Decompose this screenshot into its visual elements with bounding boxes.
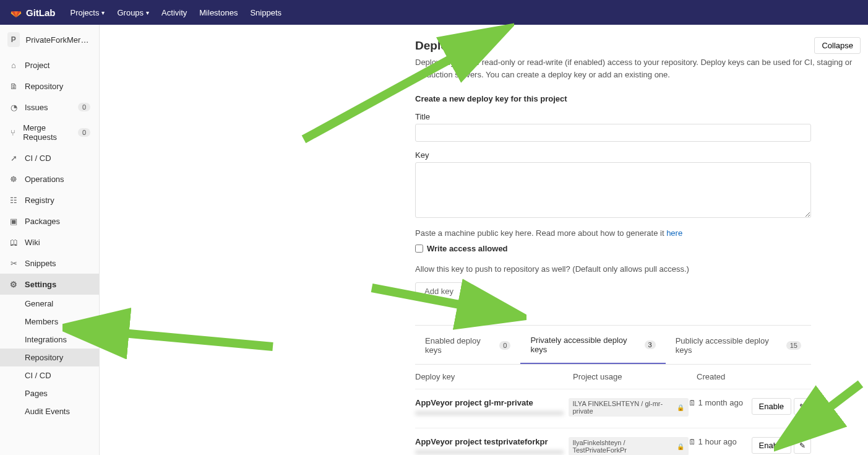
registry-icon: ☷ <box>9 195 19 205</box>
sidebar-item-packages[interactable]: ▣Packages <box>0 210 99 232</box>
mr-count: 0 <box>78 128 90 137</box>
sidebar-item-merge-requests[interactable]: ⑂Merge Requests0 <box>0 118 99 147</box>
project-name: PrivateForkMergeRe... <box>26 35 92 45</box>
write-access-label: Write access allowed <box>427 244 508 253</box>
section-title: Deploy Keys <box>415 39 486 53</box>
add-key-button[interactable]: Add key <box>415 282 463 300</box>
brand-name: GitLab <box>26 7 56 18</box>
settings-pages[interactable]: Pages <box>25 384 99 402</box>
deploy-key-tabs: Enabled deploy keys0 Privately accessibl… <box>415 325 811 365</box>
key-fingerprint: xxxxxxxxxxxxxxxxxxxxxxxxxxxxxxxxxxxxxxxx <box>415 448 569 455</box>
section-header: Deploy Keys Collapse <box>415 37 861 54</box>
deploy-keys-table: Deploy key Project usage Created AppVeyo… <box>415 365 811 455</box>
usage-badge: ILYA FINKELSHTEYN / gl-mr-private 🔒 <box>569 398 689 417</box>
sidebar-item-repository[interactable]: 🗎Repository <box>0 76 99 97</box>
operations-icon: ☸ <box>9 174 19 184</box>
help-link[interactable]: here <box>666 228 682 238</box>
nav-projects[interactable]: Projects▾ <box>71 8 105 17</box>
svg-line-0 <box>69 328 273 347</box>
repo-icon: 🗎 <box>9 81 19 91</box>
calendar-icon: 🗓 <box>689 438 696 446</box>
usage-cell: IlyaFinkelshteyn / TestPrivateForkPr 🔒IL… <box>569 437 689 455</box>
key-textarea[interactable] <box>415 162 811 218</box>
edit-button[interactable]: ✎ <box>794 398 811 415</box>
settings-integrations[interactable]: Integrations <box>25 331 99 349</box>
settings-submenu: General Members Integrations Repository … <box>0 295 99 420</box>
nav-snippets[interactable]: Snippets <box>250 8 281 17</box>
title-input[interactable] <box>415 124 811 142</box>
allow-push-help: Allow this key to push to repository as … <box>415 264 861 274</box>
usage-cell: ILYA FINKELSHTEYN / gl-mr-private 🔒 <box>569 398 689 419</box>
form-heading: Create a new deploy key for this project <box>415 94 861 103</box>
sidebar-item-issues[interactable]: ◔Issues0 <box>0 97 99 118</box>
lock-icon: 🔒 <box>677 443 684 450</box>
settings-members[interactable]: Members <box>25 313 99 331</box>
wiki-icon: 🕮 <box>9 237 19 247</box>
lock-icon: 🔒 <box>677 404 684 411</box>
created-text: 🗓1 month ago <box>689 398 752 407</box>
key-name: AppVeyor project gl-mr-private <box>415 398 569 407</box>
gear-icon: ⚙ <box>9 279 19 289</box>
calendar-icon: 🗓 <box>689 399 696 407</box>
merge-icon: ⑂ <box>9 128 17 137</box>
sidebar-item-registry[interactable]: ☷Registry <box>0 189 99 210</box>
issues-count: 0 <box>78 103 90 111</box>
navbar-logo[interactable]: GitLab <box>10 6 56 19</box>
sidebar-item-operations[interactable]: ☸Operations <box>0 168 99 189</box>
write-access-checkbox[interactable] <box>415 245 423 253</box>
packages-icon: ▣ <box>9 216 19 226</box>
tab-enabled-keys[interactable]: Enabled deploy keys0 <box>415 327 520 364</box>
gitlab-logo-icon <box>10 6 22 19</box>
settings-audit-events[interactable]: Audit Events <box>25 402 99 420</box>
sidebar-item-project[interactable]: ⌂Project <box>0 54 99 76</box>
project-header[interactable]: P PrivateForkMergeRe... <box>0 25 99 54</box>
created-text: 🗓1 hour ago <box>689 437 752 446</box>
key-label: Key <box>415 150 861 160</box>
navbar: GitLab Projects▾ Groups▾ Activity Milest… <box>0 0 868 25</box>
issues-icon: ◔ <box>9 102 19 112</box>
sidebar-item-settings[interactable]: ⚙Settings <box>0 274 99 295</box>
main-content: Deploy Keys Collapse Deploy keys allow r… <box>100 25 868 455</box>
nav-groups[interactable]: Groups▾ <box>117 8 149 17</box>
settings-repository[interactable]: Repository <box>0 349 99 366</box>
nav-activity[interactable]: Activity <box>161 8 187 17</box>
title-label: Title <box>415 112 861 121</box>
sidebar-item-wiki[interactable]: 🕮Wiki <box>0 232 99 253</box>
enable-button[interactable]: Enable <box>752 398 791 415</box>
sidebar-item-snippets[interactable]: ✂Snippets <box>0 253 99 274</box>
project-avatar: P <box>7 32 20 47</box>
navbar-nav: Projects▾ Groups▾ Activity Milestones Sn… <box>71 8 282 17</box>
chevron-down-icon: ▾ <box>101 9 105 16</box>
key-fingerprint: xxxxxxxxxxxxxxxxxxxxxxxxxxxxxxxxxxxxxxxx <box>415 409 569 417</box>
home-icon: ⌂ <box>9 60 19 70</box>
col-header-created: Created <box>697 372 762 381</box>
tab-public-keys[interactable]: Publicly accessible deploy keys15 <box>666 327 811 364</box>
usage-badge: IlyaFinkelshteyn / TestPrivateForkPr 🔒 <box>569 437 689 455</box>
nav-milestones[interactable]: Milestones <box>199 8 238 17</box>
col-header-key: Deploy key <box>415 372 573 381</box>
key-help: Paste a machine public key here. Read mo… <box>415 228 861 238</box>
settings-cicd[interactable]: CI / CD <box>25 366 99 384</box>
tab-private-keys[interactable]: Privately accessible deploy keys3 <box>520 327 665 364</box>
deploy-key-form: Create a new deploy key for this project… <box>415 94 861 300</box>
table-row: AppVeyor project gl-mr-privatexxxxxxxxxx… <box>415 389 811 428</box>
snippets-icon: ✂ <box>9 258 19 268</box>
col-header-usage: Project usage <box>573 372 697 381</box>
chevron-down-icon: ▾ <box>146 9 149 16</box>
section-description: Deploy keys allow read-only or read-writ… <box>415 56 861 80</box>
key-name: AppVeyor project testprivateforkpr <box>415 437 569 446</box>
sidebar-item-cicd[interactable]: ➚CI / CD <box>0 147 99 168</box>
table-row: AppVeyor project testprivateforkprxxxxxx… <box>415 428 811 455</box>
rocket-icon: ➚ <box>9 153 19 163</box>
table-header: Deploy key Project usage Created <box>415 365 811 389</box>
settings-general[interactable]: General <box>25 295 99 313</box>
enable-button[interactable]: Enable <box>752 437 791 454</box>
edit-button[interactable]: ✎ <box>794 437 811 454</box>
collapse-button[interactable]: Collapse <box>814 37 861 54</box>
write-access-row: Write access allowed <box>415 244 861 253</box>
sidebar: P PrivateForkMergeRe... ⌂Project 🗎Reposi… <box>0 25 100 455</box>
